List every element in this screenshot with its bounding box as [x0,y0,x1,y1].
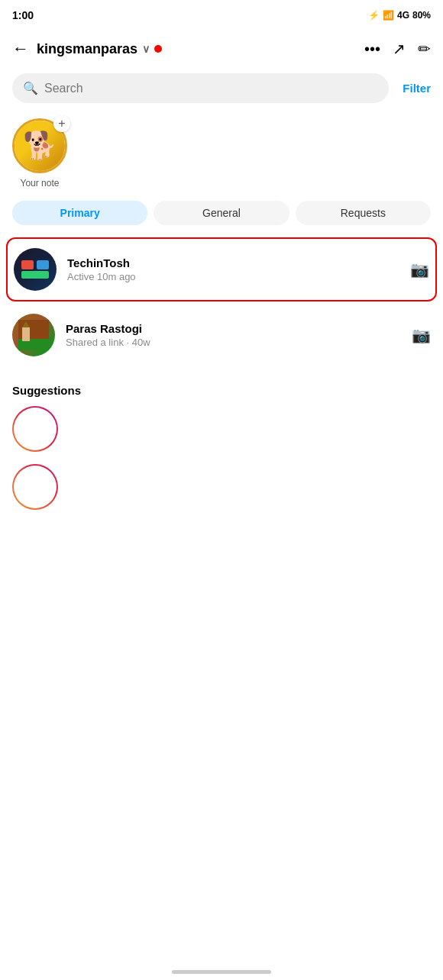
note-label: Your note [12,178,67,189]
add-note-button[interactable]: + [53,115,70,132]
status-icons: ⚡ 📶 4G 80% [368,10,431,21]
avatar-wrap-paras [12,314,55,356]
home-indicator [172,970,271,974]
tab-primary[interactable]: Primary [12,201,147,225]
status-bar: 1:00 ⚡ 📶 4G 80% [0,0,443,27]
msg-info-paras: Paras Rastogi Shared a link · 40w [66,322,401,348]
svg-rect-0 [21,260,34,269]
suggestions-title: Suggestions [12,384,431,397]
message-list: TechinTosh Active 10m ago 📷 Paras Rastog… [0,228,443,372]
search-icon: 🔍 [23,81,38,95]
search-filter-row: 🔍 Filter [0,70,443,109]
suggestion-avatar-2 [12,464,58,510]
signal-icon: 📶 [383,10,394,21]
search-input[interactable] [44,82,378,95]
back-button[interactable]: ← [12,39,29,59]
avatar-wrap-techintosh [14,248,57,291]
msg-sub-techintosh: Active 10m ago [67,271,399,282]
msg-name-paras: Paras Rastogi [66,322,401,335]
more-options-button[interactable]: ••• [364,40,380,58]
msg-sub-paras: Shared a link · 40w [66,337,401,348]
camera-icon-techintosh[interactable]: 📷 [410,260,429,279]
suggestion-avatar-1 [12,406,58,452]
edit-button[interactable]: ✏ [418,40,431,58]
filter-button[interactable]: Filter [403,82,431,95]
header-title: kingsmanparas ∨ [37,41,357,57]
battery-indicator: 80% [412,10,431,21]
bluetooth-icon: ⚡ [368,10,380,21]
search-bar[interactable]: 🔍 [12,73,389,103]
tab-general[interactable]: General [154,201,289,225]
suggestions-section: Suggestions [0,372,443,510]
network-icon: 4G [397,10,409,21]
svg-rect-2 [21,271,49,279]
trending-button[interactable]: ↗ [393,40,406,58]
camera-icon-paras[interactable]: 📷 [412,326,431,344]
message-item-techintosh[interactable]: TechinTosh Active 10m ago 📷 [6,237,437,301]
username-label: kingsmanparas [37,41,137,57]
dropdown-chevron-icon[interactable]: ∨ [142,43,150,55]
msg-name-techintosh: TechinTosh [67,256,399,269]
message-tabs: Primary General Requests [0,198,443,228]
note-avatar-wrap: + 🐕 [12,118,67,173]
suggestion-item-1[interactable] [12,406,431,452]
svg-rect-1 [37,260,49,269]
header: ← kingsmanparas ∨ ••• ↗ ✏ [0,27,443,70]
note-section: + 🐕 Your note [0,109,443,198]
message-item-paras[interactable]: Paras Rastogi Shared a link · 40w 📷 [0,305,443,366]
svg-rect-5 [22,327,30,341]
header-action-icons: ••• ↗ ✏ [364,40,431,58]
msg-info-techintosh: TechinTosh Active 10m ago [67,256,399,282]
live-indicator [154,45,162,53]
tab-requests[interactable]: Requests [296,201,431,225]
status-time: 1:00 [12,9,34,21]
suggestion-item-2[interactable] [12,464,431,510]
avatar-techintosh [14,248,57,291]
avatar-paras [12,314,55,356]
